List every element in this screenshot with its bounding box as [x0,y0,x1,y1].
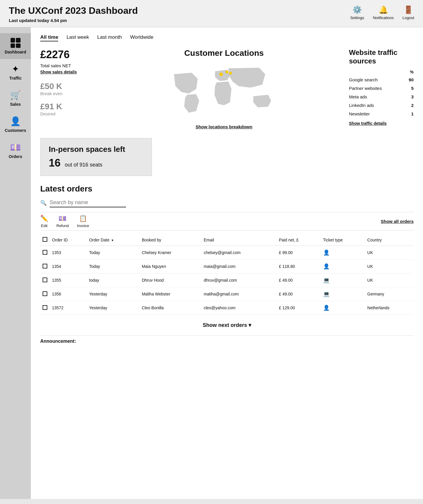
search-input[interactable] [50,198,126,207]
row-country: Germany [365,287,414,301]
row-checkbox[interactable] [43,264,47,268]
traffic-value: 1 [405,110,414,118]
ticket-type-icon: 👤 [323,250,330,256]
refund-button[interactable]: 💷 Refund [56,215,69,228]
invoice-button[interactable]: 📋 Invoice [77,215,89,228]
traffic-title: Website traffic sources [349,48,414,65]
row-checkbox-cell [40,246,50,260]
row-booked-by: Maliha Webster [140,287,202,301]
svg-point-2 [229,72,232,75]
row-booked-by: Chelsey Kramer [140,246,202,260]
logout-button[interactable]: 🚪 Logout [402,5,414,20]
filter-tab-worldwide[interactable]: Worldwide [130,34,153,41]
edit-button[interactable]: ✏️ Edit [40,215,48,228]
row-ticket-type: 💻 [321,287,365,301]
settings-button[interactable]: ⚙️ Settings [350,5,364,20]
traffic-value: 2 [405,101,414,110]
ticket-type-icon: 👤 [323,305,330,311]
row-order-date: Yesterday [87,301,140,315]
spaces-count: 16 [49,157,61,169]
row-ticket-type: 💻 [321,273,365,287]
sidebar-item-customers[interactable]: 👤 Customers [0,111,31,137]
row-checkbox-cell [40,260,50,273]
filter-tab-lastweek[interactable]: Last week [66,34,89,41]
world-map-svg [105,63,343,121]
sidebar-item-label-customers: Customers [5,128,26,133]
row-order-id: 1354 [50,260,87,273]
table-row: 1354 Today Maia Nguyen maia@gmail.com £ … [40,260,414,273]
break-even-value: £50 K [40,82,99,91]
break-even-label: Break even [40,91,99,96]
traffic-source: Meta ads [349,93,405,101]
col-booked-by: Booked by [140,234,202,246]
row-email: dhruv@gmail.com [201,273,276,287]
filter-tab-alltime[interactable]: All time [40,34,58,41]
orders-table: Order ID Order Date ▾ Booked by Email Pa… [40,234,414,315]
show-traffic-details-link[interactable]: Show traffic details [349,121,414,126]
row-order-id: 1355 [50,273,87,287]
search-row: 🔍 [40,198,414,207]
toolbar-left: ✏️ Edit 💷 Refund 📋 Invoice [40,215,89,228]
row-email: maia@gmail.com [201,260,276,273]
row-order-id: 1356 [50,287,87,301]
notifications-button[interactable]: 🔔 Notifications [373,5,394,20]
col-order-date[interactable]: Order Date ▾ [87,234,140,246]
row-booked-by: Cleo Bonilla [140,301,202,315]
row-country: Netherlands [365,301,414,315]
search-icon: 🔍 [40,200,47,206]
sales-icon: 🛒 [10,90,21,100]
traffic-row: Partner websites 5 [349,84,414,93]
desired-section: £91 K Desired [40,102,99,116]
show-locations-breakdown-link[interactable]: Show locations breakdown [105,124,343,129]
traffic-source: Newsletter [349,110,405,118]
settings-label: Settings [350,16,364,20]
select-all-checkbox[interactable] [43,237,47,242]
announcement-label: Announcement: [40,335,414,344]
sales-main-label: Total sales NET [40,63,99,68]
row-order-id: 13572 [50,301,87,315]
traffic-row: Newsletter 1 [349,110,414,118]
row-checkbox[interactable] [43,278,47,282]
spaces-total: out of 916 seats [65,162,103,168]
map-title: Customer Locations [105,48,343,58]
sidebar-item-sales[interactable]: 🛒 Sales [0,85,31,111]
sales-main-value: £2276 [40,48,99,61]
orders-toolbar: ✏️ Edit 💷 Refund 📋 Invoice Show all orde… [40,212,414,231]
row-paid: £ 118.80 [277,260,321,273]
row-email: cleo@yahoo.com [201,301,276,315]
traffic-column: Website traffic sources % Google search … [349,48,414,129]
select-all-header [40,234,50,246]
notifications-label: Notifications [373,16,394,20]
table-row: 1353 Today Chelsey Kramer chelsey@gmail.… [40,246,414,260]
row-checkbox[interactable] [43,291,47,296]
row-checkbox-cell [40,273,50,287]
spaces-title: In-person spaces left [49,145,143,154]
show-next-label: Show next orders [203,322,247,328]
row-paid: £ 49.00 [277,273,321,287]
show-all-orders-link[interactable]: Show all orders [381,219,414,224]
show-sales-details-link[interactable]: Show sales details [40,70,77,74]
svg-point-0 [219,73,223,76]
traffic-source-header [349,68,405,75]
show-next-orders-button[interactable]: Show next orders ▾ [203,322,251,328]
sidebar-item-orders[interactable]: 💷 Orders [0,137,31,164]
settings-icon: ⚙️ [352,5,362,14]
filter-tab-lastmonth[interactable]: Last month [97,34,122,41]
traffic-table: % Google search 90 Partner websites 5 Me… [349,68,414,118]
sidebar-item-traffic[interactable]: ✦ Traffic [0,59,31,85]
filter-tabs: All time Last week Last month Worldwide [40,34,414,41]
col-ticket-type: Ticket type [321,234,365,246]
col-paid: Paid net, £ [277,234,321,246]
row-checkbox[interactable] [43,305,47,310]
sidebar-item-dashboard[interactable]: Dashboard [0,33,31,59]
traffic-source: Partner websites [349,84,405,93]
traffic-value: 3 [405,93,414,101]
row-booked-by: Maia Nguyen [140,260,202,273]
map-column: Customer Locations [105,48,343,129]
row-checkbox[interactable] [43,250,47,255]
row-order-date: Today [87,260,140,273]
col-order-id: Order ID [50,234,87,246]
edit-icon: ✏️ [40,215,48,222]
desired-label: Desired [40,111,99,116]
orders-icon: 💷 [10,142,21,152]
